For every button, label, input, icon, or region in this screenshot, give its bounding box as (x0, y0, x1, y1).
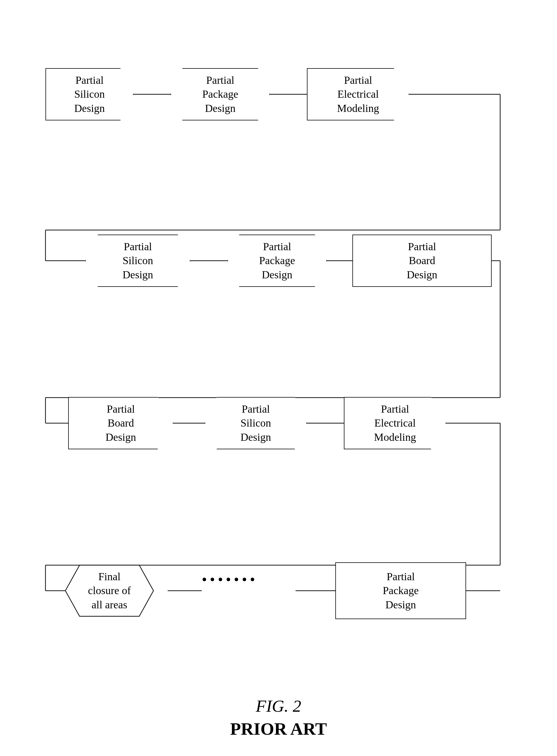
r2-node1-label: PartialSiliconDesign (122, 240, 153, 282)
r1-node3-label: PartialElectricalModeling (337, 73, 379, 115)
r1-node2: PartialPackageDesign (171, 68, 270, 120)
r1-node1: PartialSiliconDesign (46, 68, 134, 120)
figure-number: FIG. 2 (230, 696, 327, 716)
r4-node1: Finalclosure ofall areas (51, 562, 168, 619)
r4-dots: ••••••• (202, 571, 296, 588)
r3-node3-label: PartialElectricalModeling (374, 402, 416, 444)
r3-node1: PartialBoardDesign (68, 397, 173, 449)
figure-label: FIG. 2 PRIOR ART (230, 696, 327, 739)
figure-subtitle: PRIOR ART (230, 719, 327, 739)
r2-node2-label: PartialPackageDesign (259, 240, 295, 282)
r1-node1-label: PartialSiliconDesign (74, 73, 105, 115)
r4-node1-label: Finalclosure ofall areas (51, 562, 168, 619)
r2-node3-label: PartialBoardDesign (407, 240, 437, 282)
r3-node2-label: PartialSiliconDesign (240, 402, 271, 444)
r1-node2-label: PartialPackageDesign (202, 73, 238, 115)
r2-node3: PartialBoardDesign (352, 234, 492, 287)
r3-node3: PartialElectricalModeling (344, 397, 446, 449)
r4-node3: PartialPackageDesign (335, 562, 466, 619)
r2-node1: PartialSiliconDesign (85, 234, 190, 287)
r3-node2: PartialSiliconDesign (205, 397, 307, 449)
r3-node1-label: PartialBoardDesign (106, 402, 136, 444)
r2-node2: PartialPackageDesign (227, 234, 327, 287)
r4-node3-label: PartialPackageDesign (383, 570, 419, 612)
r1-node3: PartialElectricalModeling (307, 68, 409, 120)
